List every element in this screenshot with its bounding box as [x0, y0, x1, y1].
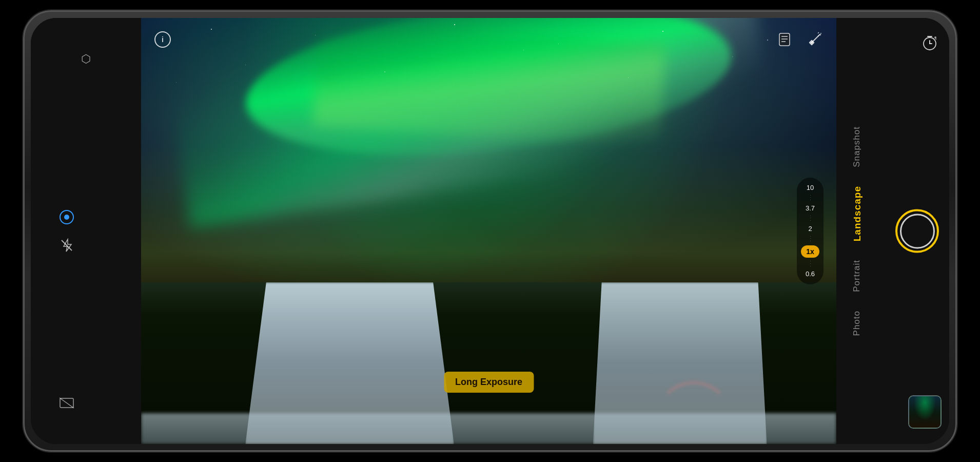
left-mid-controls: [41, 207, 131, 256]
flash-off-icon[interactable]: [56, 235, 77, 256]
zoom-dots-3: ···: [810, 236, 810, 243]
mode-portrait[interactable]: Portrait: [847, 251, 867, 301]
zoom-dots-2: ···: [810, 215, 810, 222]
left-bottom-controls: [41, 393, 131, 413]
settings-icon[interactable]: ⬡: [76, 49, 96, 69]
mode-snapshot[interactable]: Snapshot: [847, 117, 867, 177]
svg-point-18: [935, 38, 937, 40]
zoom-slider[interactable]: 10 ··· 3.7 ··· 2 ··· 1x ··· 0.6: [797, 178, 824, 284]
viewfinder-top-controls: i: [151, 28, 826, 51]
magic-wand-icon: [807, 31, 823, 48]
top-right-controls: [773, 28, 826, 51]
left-top-controls: ⬡: [76, 49, 96, 69]
left-panel: ⬡: [31, 18, 141, 444]
svg-line-2: [60, 398, 74, 408]
zoom-level-2[interactable]: 2: [808, 225, 812, 233]
info-button[interactable]: i: [151, 28, 174, 51]
live-indicator[interactable]: [56, 207, 77, 227]
shutter-inner: [900, 214, 935, 248]
zoom-level-1x-active[interactable]: 1x: [801, 245, 819, 258]
mode-landscape[interactable]: Landscape: [847, 177, 868, 251]
right-panel: Snapshot Landscape Portrait Photo: [836, 18, 949, 444]
notes-button[interactable]: [773, 28, 796, 51]
shutter-area: [895, 209, 939, 253]
notes-icon: [776, 31, 793, 48]
camera-viewfinder: i: [141, 18, 836, 444]
timer-button[interactable]: [920, 33, 939, 54]
svg-rect-3: [779, 33, 790, 46]
phone-frame: ⬡: [23, 10, 957, 452]
svg-line-9: [818, 32, 819, 33]
timer-icon: [920, 33, 939, 52]
svg-point-17: [934, 36, 936, 38]
water-base: [141, 413, 836, 444]
gallery-thumbnail[interactable]: [908, 395, 942, 429]
gallery-thumb-image: [909, 396, 940, 428]
zoom-level-06[interactable]: 0.6: [806, 270, 815, 278]
phone-screen: ⬡: [31, 18, 949, 444]
shutter-button[interactable]: [895, 209, 939, 253]
no-panorama-icon[interactable]: [56, 393, 77, 413]
long-exposure-badge[interactable]: Long Exposure: [444, 372, 534, 393]
mode-photo[interactable]: Photo: [847, 301, 867, 345]
zoom-level-10[interactable]: 10: [807, 184, 814, 192]
aurora-streaks: [141, 18, 836, 253]
zoom-level-37[interactable]: 3.7: [806, 204, 815, 213]
zoom-dots-1: ···: [810, 195, 810, 202]
info-icon: i: [154, 31, 171, 48]
water-area: [141, 282, 836, 444]
zoom-dots-4: ···: [810, 260, 810, 267]
magic-wand-button[interactable]: [803, 28, 826, 51]
